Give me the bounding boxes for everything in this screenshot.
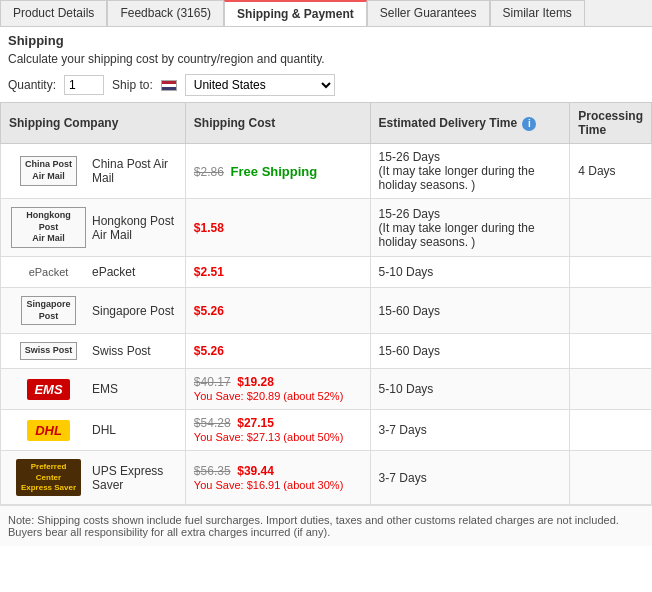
company-name: Hongkong Post Air Mail bbox=[88, 207, 175, 248]
processing-time bbox=[570, 257, 652, 288]
delivery-time: 15-60 Days bbox=[370, 288, 570, 334]
shipping-cost: $2.86 Free Shipping bbox=[185, 144, 370, 199]
delivery-time: 3-7 Days bbox=[370, 451, 570, 505]
processing-time bbox=[570, 451, 652, 505]
company-logo: Swiss Post bbox=[11, 342, 86, 360]
table-row: Hongkong PostAir Mail Hongkong Post Air … bbox=[1, 199, 652, 257]
company-name: Swiss Post bbox=[88, 342, 175, 360]
shipping-section: Shipping Calculate your shipping cost by… bbox=[0, 27, 652, 102]
tab-seller-guarantees[interactable]: Seller Guarantees bbox=[367, 0, 490, 26]
bottom-note: Note: Shipping costs shown include fuel … bbox=[0, 505, 652, 546]
delivery-time: 3-7 Days bbox=[370, 410, 570, 451]
delivery-time: 5-10 Days bbox=[370, 369, 570, 410]
shipping-controls: Quantity: Ship to: United States bbox=[0, 70, 652, 102]
table-row: PreferredCenterExpress Saver UPS Express… bbox=[1, 451, 652, 505]
delivery-time: 15-26 Days(It may take longer during the… bbox=[370, 199, 570, 257]
processing-time bbox=[570, 334, 652, 369]
processing-time: 4 Days bbox=[570, 144, 652, 199]
flag-icon bbox=[161, 80, 177, 91]
col-header-cost: Shipping Cost bbox=[185, 103, 370, 144]
tab-similar-items[interactable]: Similar Items bbox=[490, 0, 585, 26]
company-name: China Post Air Mail bbox=[88, 156, 175, 185]
shipping-cost: $5.26 bbox=[185, 334, 370, 369]
processing-time bbox=[570, 410, 652, 451]
company-name: EMS bbox=[88, 379, 175, 400]
table-row: China PostAir Mail China Post Air Mail $… bbox=[1, 144, 652, 199]
company-logo: SingaporePost bbox=[11, 296, 86, 325]
company-name: ePacket bbox=[88, 265, 175, 279]
info-icon: i bbox=[522, 117, 536, 131]
processing-time bbox=[570, 199, 652, 257]
company-logo: ePacket bbox=[11, 265, 86, 279]
shipping-title: Shipping bbox=[0, 27, 652, 50]
tab-shipping-payment[interactable]: Shipping & Payment bbox=[224, 0, 367, 26]
company-name: DHL bbox=[88, 420, 175, 441]
ship-to-label: Ship to: bbox=[112, 78, 153, 92]
shipping-cost: $2.51 bbox=[185, 257, 370, 288]
shipping-cost: $54.28 $27.15You Save: $27.13 (about 50%… bbox=[185, 410, 370, 451]
col-header-delivery: Estimated Delivery Time i bbox=[370, 103, 570, 144]
company-logo: EMS bbox=[11, 379, 86, 400]
processing-time bbox=[570, 369, 652, 410]
table-row: ePacket ePacket $2.51 5-10 Days bbox=[1, 257, 652, 288]
table-row: SingaporePost Singapore Post $5.26 15-60… bbox=[1, 288, 652, 334]
col-header-company: Shipping Company bbox=[1, 103, 186, 144]
shipping-cost: $56.35 $39.44You Save: $16.91 (about 30%… bbox=[185, 451, 370, 505]
quantity-label: Quantity: bbox=[8, 78, 56, 92]
shipping-cost: $1.58 bbox=[185, 199, 370, 257]
quantity-input[interactable] bbox=[64, 75, 104, 95]
table-row: EMS EMS $40.17 $19.28You Save: $20.89 (a… bbox=[1, 369, 652, 410]
company-logo: China PostAir Mail bbox=[11, 156, 86, 185]
shipping-description: Calculate your shipping cost by country/… bbox=[0, 50, 652, 70]
delivery-time: 15-26 Days(It may take longer during the… bbox=[370, 144, 570, 199]
shipping-cost: $40.17 $19.28You Save: $20.89 (about 52%… bbox=[185, 369, 370, 410]
table-row: DHL DHL $54.28 $27.15You Save: $27.13 (a… bbox=[1, 410, 652, 451]
processing-time bbox=[570, 288, 652, 334]
company-logo: Hongkong PostAir Mail bbox=[11, 207, 86, 248]
tab-feedback[interactable]: Feedback (3165) bbox=[107, 0, 224, 26]
company-name: Singapore Post bbox=[88, 296, 175, 325]
delivery-time: 5-10 Days bbox=[370, 257, 570, 288]
delivery-time: 15-60 Days bbox=[370, 334, 570, 369]
company-name: UPS Express Saver bbox=[88, 459, 175, 496]
shipping-cost: $5.26 bbox=[185, 288, 370, 334]
company-logo: DHL bbox=[11, 420, 86, 441]
col-header-processing: Processing Time bbox=[570, 103, 652, 144]
table-row: Swiss Post Swiss Post $5.26 15-60 Days bbox=[1, 334, 652, 369]
shipping-table: Shipping Company Shipping Cost Estimated… bbox=[0, 102, 652, 505]
tab-product-details[interactable]: Product Details bbox=[0, 0, 107, 26]
company-logo: PreferredCenterExpress Saver bbox=[11, 459, 86, 496]
country-select[interactable]: United States bbox=[185, 74, 335, 96]
tabs-container: Product DetailsFeedback (3165)Shipping &… bbox=[0, 0, 652, 27]
